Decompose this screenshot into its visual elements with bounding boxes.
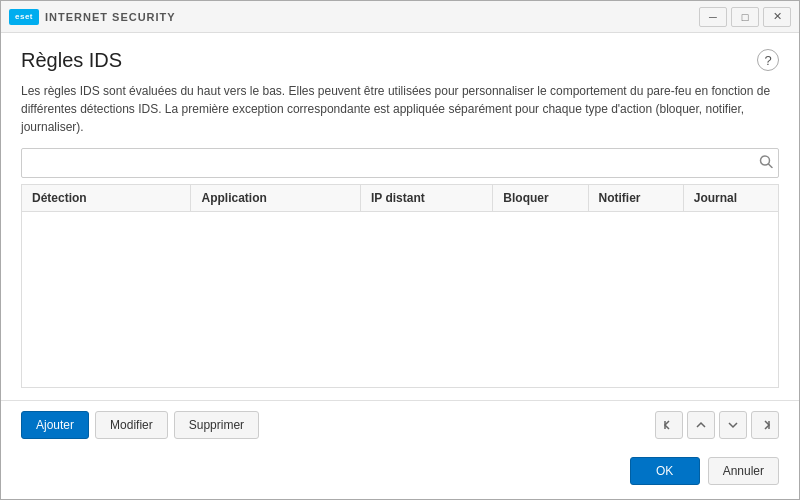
help-button[interactable]: ? [757, 49, 779, 71]
nav-last-button[interactable] [751, 411, 779, 439]
table-header: Détection Application IP distant Bloquer… [22, 185, 778, 212]
dialog-title: Règles IDS [21, 49, 122, 72]
col-header-notifier: Notifier [589, 185, 684, 211]
rules-table: Détection Application IP distant Bloquer… [21, 184, 779, 388]
dialog-header: Règles IDS ? [21, 49, 779, 72]
dialog-description: Les règles IDS sont évaluées du haut ver… [21, 82, 779, 136]
app-name-label: INTERNET SECURITY [45, 11, 176, 23]
nav-buttons [655, 411, 779, 439]
annuler-button[interactable]: Annuler [708, 457, 779, 485]
nav-up-icon [695, 419, 707, 431]
search-bar [21, 148, 779, 178]
col-header-bloquer: Bloquer [493, 185, 588, 211]
nav-down-button[interactable] [719, 411, 747, 439]
action-buttons: Ajouter Modifier Supprimer [21, 411, 259, 439]
dialog-footer: OK Annuler [1, 449, 799, 499]
col-header-application: Application [191, 185, 360, 211]
minimize-button[interactable]: ─ [699, 7, 727, 27]
close-button[interactable]: ✕ [763, 7, 791, 27]
ajouter-button[interactable]: Ajouter [21, 411, 89, 439]
search-icon [759, 155, 773, 169]
col-header-ip-distant: IP distant [361, 185, 493, 211]
supprimer-button[interactable]: Supprimer [174, 411, 259, 439]
nav-first-button[interactable] [655, 411, 683, 439]
eset-logo-text: eset [15, 12, 33, 21]
nav-up-button[interactable] [687, 411, 715, 439]
nav-down-icon [727, 419, 739, 431]
col-header-detection: Détection [22, 185, 191, 211]
nav-last-icon [759, 419, 771, 431]
titlebar: eset INTERNET SECURITY ─ □ ✕ [1, 1, 799, 33]
eset-logo-icon: eset [9, 9, 39, 25]
svg-line-1 [769, 164, 773, 168]
dialog-content: Règles IDS ? Les règles IDS sont évaluée… [1, 33, 799, 400]
modifier-button[interactable]: Modifier [95, 411, 168, 439]
window-controls: ─ □ ✕ [699, 7, 791, 27]
search-input[interactable] [21, 148, 779, 178]
bottom-action-bar: Ajouter Modifier Supprimer [1, 400, 799, 449]
nav-first-icon [663, 419, 675, 431]
app-logo: eset INTERNET SECURITY [9, 9, 176, 25]
ok-button[interactable]: OK [630, 457, 700, 485]
rules-table-wrapper: Détection Application IP distant Bloquer… [21, 184, 779, 388]
search-button[interactable] [759, 155, 773, 172]
table-body [22, 212, 778, 387]
ids-rules-dialog: eset INTERNET SECURITY ─ □ ✕ Règles IDS … [0, 0, 800, 500]
maximize-button[interactable]: □ [731, 7, 759, 27]
col-header-journal: Journal [684, 185, 778, 211]
